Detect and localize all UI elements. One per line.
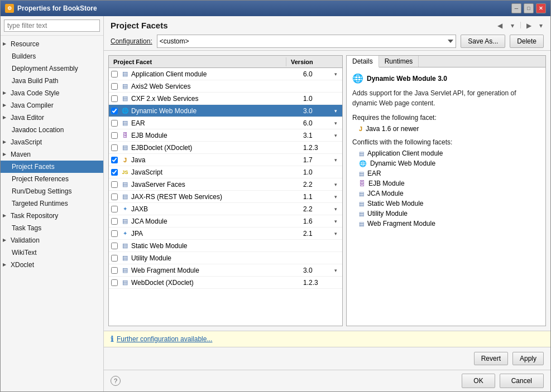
sidebar-item-project-references[interactable]: Project References xyxy=(1,173,103,185)
apply-button[interactable]: Apply xyxy=(512,352,544,365)
version-dropdown-icon[interactable]: ▾ xyxy=(334,71,342,77)
tab-runtimes[interactable]: Runtimes xyxy=(379,56,419,67)
table-row[interactable]: ▤ WebDoclet (XDoclet) 1.2.3 xyxy=(109,277,342,289)
cancel-button[interactable]: Cancel xyxy=(500,374,544,388)
help-button[interactable]: ? xyxy=(111,376,121,386)
facet-version: 2.2 xyxy=(301,181,334,188)
table-row[interactable]: ▤ JCA Module 1.6 ▾ xyxy=(109,215,342,228)
minimize-button[interactable]: ─ xyxy=(511,3,521,13)
version-dropdown-icon[interactable]: ▾ xyxy=(334,157,342,163)
facet-checkbox[interactable] xyxy=(111,255,118,262)
facet-checkbox[interactable] xyxy=(111,95,118,102)
config-select[interactable]: <custom> xyxy=(157,35,457,48)
facet-checkbox[interactable] xyxy=(111,157,118,163)
facet-checkbox[interactable] xyxy=(111,218,118,225)
tree-list: ▶ Resource Builders Deployment Assembly … xyxy=(1,36,103,391)
delete-button[interactable]: Delete xyxy=(510,35,544,48)
arrow-icon: ▶ xyxy=(3,260,8,270)
dropdown2-button[interactable]: ▾ xyxy=(536,21,546,31)
facet-checkbox[interactable] xyxy=(111,230,118,237)
version-dropdown-icon[interactable]: ▾ xyxy=(334,108,342,114)
facet-checkbox[interactable] xyxy=(111,120,118,127)
page-icon: ▤ xyxy=(120,180,130,190)
facet-checkbox[interactable] xyxy=(111,83,118,90)
table-row[interactable]: ▤ JavaServer Faces 2.2 ▾ xyxy=(109,178,342,191)
facet-checkbox[interactable] xyxy=(111,181,118,188)
table-row[interactable]: ▤ Application Client module 6.0 ▾ xyxy=(109,68,342,80)
table-row[interactable]: ▤ Web Fragment Module 3.0 ▾ xyxy=(109,264,342,277)
facet-checkbox[interactable] xyxy=(111,71,118,78)
further-config-link[interactable]: Further configuration available... xyxy=(117,335,212,343)
table-row[interactable]: 🗄 EJB Module 3.1 ▾ xyxy=(109,129,342,142)
filter-input[interactable] xyxy=(4,20,100,32)
details-content: 🌐 Dynamic Web Module 3.0 Adds support fo… xyxy=(347,67,545,326)
revert-button[interactable]: Revert xyxy=(474,352,508,365)
facet-checkbox[interactable] xyxy=(111,144,118,151)
table-row[interactable]: ▤ CXF 2.x Web Services 1.0 xyxy=(109,93,342,105)
version-dropdown-icon[interactable]: ▾ xyxy=(334,219,342,224)
table-row[interactable]: ▤ Utility Module xyxy=(109,252,342,264)
dropdown-button[interactable]: ▾ xyxy=(507,21,518,31)
sidebar-item-java-code-style[interactable]: ▶ Java Code Style xyxy=(1,87,103,99)
sidebar-item-java-build-path[interactable]: Java Build Path xyxy=(1,75,103,87)
table-row[interactable]: ▤ EAR 6.0 ▾ xyxy=(109,117,342,129)
table-row[interactable]: ▤ EJBDoclet (XDoclet) 1.2.3 xyxy=(109,142,342,154)
ok-button[interactable]: OK xyxy=(462,374,495,388)
tab-details[interactable]: Details xyxy=(347,56,379,67)
table-row[interactable]: ✦ JAXB 2.2 ▾ xyxy=(109,203,342,215)
sidebar-item-resource[interactable]: ▶ Resource xyxy=(1,38,103,50)
facet-checkbox[interactable] xyxy=(111,267,118,274)
sidebar-item-task-repository[interactable]: ▶ Task Repository xyxy=(1,210,103,222)
facet-checkbox[interactable] xyxy=(111,206,118,212)
table-row[interactable]: ▤ Static Web Module xyxy=(109,240,342,252)
table-row[interactable]: JS JavaScript 1.0 xyxy=(109,166,342,178)
facet-checkbox-wrap xyxy=(109,157,120,163)
version-dropdown-icon[interactable]: ▾ xyxy=(334,182,342,187)
sidebar-item-project-facets[interactable]: Project Facets xyxy=(1,161,103,173)
sidebar-item-validation[interactable]: ▶ Validation xyxy=(1,234,103,246)
version-dropdown-icon[interactable]: ▾ xyxy=(334,268,342,273)
facet-checkbox[interactable] xyxy=(111,132,118,139)
sidebar-item-targeted-runtimes[interactable]: Targeted Runtimes xyxy=(1,197,103,210)
panel-header: Project Facets ◀ ▾ | ▶ ▾ Configuration: … xyxy=(104,16,550,51)
arrow-icon: ▶ xyxy=(3,149,8,159)
save-as-button[interactable]: Save As... xyxy=(461,35,505,48)
java-icon: J xyxy=(120,155,130,165)
table-row[interactable]: ▤ JAX-RS (REST Web Services) 1.1 ▾ xyxy=(109,191,342,203)
facet-checkbox[interactable] xyxy=(111,243,118,249)
back-button[interactable]: ◀ xyxy=(495,21,505,31)
version-dropdown-icon[interactable]: ▾ xyxy=(334,206,342,212)
version-dropdown-icon[interactable]: ▾ xyxy=(334,231,342,236)
table-row[interactable]: ▤ Axis2 Web Services xyxy=(109,80,342,93)
sidebar-item-builders[interactable]: Builders xyxy=(1,50,103,62)
table-row[interactable]: J Java 1.7 ▾ xyxy=(109,154,342,166)
facet-checkbox-wrap xyxy=(109,267,120,274)
close-button[interactable]: ✕ xyxy=(536,3,546,13)
sidebar-item-maven[interactable]: ▶ Maven xyxy=(1,148,103,161)
version-dropdown-icon[interactable]: ▾ xyxy=(334,120,342,126)
page-icon: ▤ xyxy=(359,191,364,197)
version-dropdown-icon[interactable]: ▾ xyxy=(334,133,342,138)
facet-checkbox[interactable] xyxy=(111,108,118,114)
sidebar-item-java-compiler[interactable]: ▶ Java Compiler xyxy=(1,99,103,112)
maximize-button[interactable]: □ xyxy=(524,3,534,13)
sidebar-item-javascript[interactable]: ▶ JavaScript xyxy=(1,136,103,148)
sidebar-item-run-debug-settings[interactable]: Run/Debug Settings xyxy=(1,185,103,197)
facet-checkbox[interactable] xyxy=(111,169,118,176)
version-dropdown-icon[interactable]: ▾ xyxy=(334,194,342,200)
sidebar-item-deployment-assembly[interactable]: Deployment Assembly xyxy=(1,62,103,75)
facet-checkbox[interactable] xyxy=(111,279,118,286)
sidebar-item-task-tags[interactable]: Task Tags xyxy=(1,222,103,234)
list-item: ▤ EAR xyxy=(352,168,540,178)
facet-checkbox[interactable] xyxy=(111,193,118,200)
table-row[interactable]: ✦ JPA 2.1 ▾ xyxy=(109,228,342,240)
facet-version: 2.2 xyxy=(301,205,334,213)
page-icon: ▤ xyxy=(359,201,364,207)
sidebar-item-java-editor[interactable]: ▶ Java Editor xyxy=(1,112,103,124)
forward-button[interactable]: ▶ xyxy=(524,21,534,31)
table-row[interactable]: 🌐 Dynamic Web Module 3.0 ▾ xyxy=(109,105,342,117)
sidebar-item-xdoclet[interactable]: ▶ XDoclet xyxy=(1,259,103,271)
sidebar-item-wikitext[interactable]: WikiText xyxy=(1,246,103,259)
sidebar-item-javadoc-location[interactable]: Javadoc Location xyxy=(1,124,103,136)
facet-name: Web Fragment Module xyxy=(131,267,301,274)
